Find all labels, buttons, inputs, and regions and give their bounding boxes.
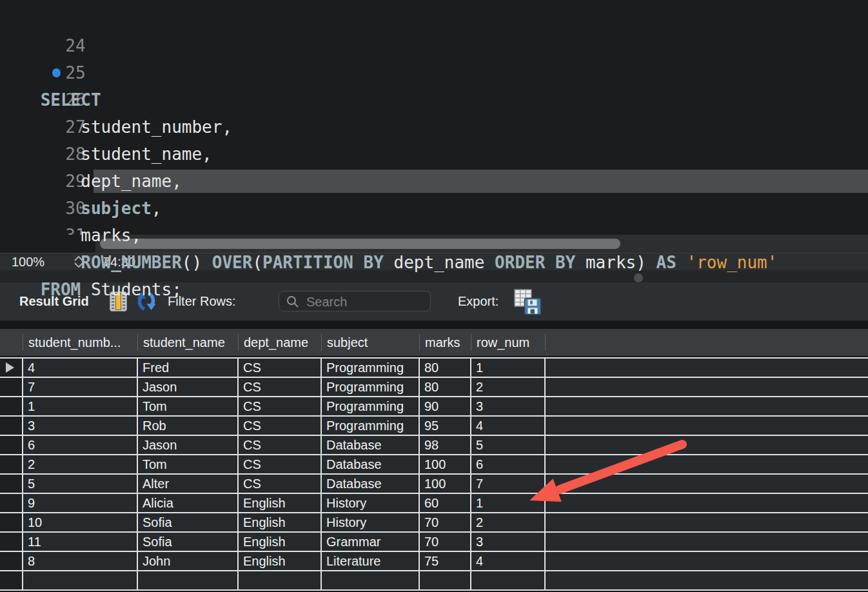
table-cell[interactable]: English <box>239 552 322 570</box>
table-cell[interactable]: 2 <box>23 455 138 473</box>
table-cell[interactable]: 3 <box>471 397 546 415</box>
table-row[interactable]: 7JasonCSProgramming802 <box>0 378 868 397</box>
table-cell[interactable]: 70 <box>420 533 471 551</box>
table-cell[interactable] <box>23 571 138 589</box>
column-header[interactable]: student_name <box>138 329 239 356</box>
table-row[interactable]: 11SofiaEnglishGrammar703 <box>0 533 868 552</box>
table-cell[interactable]: Tom <box>138 397 239 415</box>
table-cell[interactable]: Programming <box>322 359 420 377</box>
table-row[interactable]: 4FredCSProgramming801 <box>0 359 868 378</box>
table-row[interactable] <box>0 571 868 591</box>
table-cell[interactable]: English <box>239 533 322 551</box>
row-gutter[interactable] <box>0 397 23 415</box>
table-cell[interactable]: 6 <box>23 436 138 454</box>
table-cell[interactable]: 3 <box>23 417 138 435</box>
table-cell[interactable]: Jason <box>138 436 239 454</box>
row-gutter[interactable] <box>0 455 23 473</box>
hscrollbar-track[interactable] <box>95 235 868 253</box>
filter-search-box[interactable] <box>279 291 431 311</box>
editor-line[interactable]: 25 student_number, <box>0 32 868 59</box>
table-cell[interactable]: 7 <box>23 378 138 396</box>
table-cell[interactable]: CS <box>239 417 322 435</box>
row-gutter[interactable] <box>0 417 23 435</box>
table-cell[interactable]: English <box>239 513 322 531</box>
table-cell[interactable]: 10 <box>23 513 138 531</box>
table-cell[interactable]: 9 <box>23 494 138 512</box>
table-cell[interactable]: 4 <box>23 359 138 377</box>
table-cell[interactable]: 2 <box>471 378 546 396</box>
table-cell[interactable]: 70 <box>420 513 471 531</box>
export-icon[interactable] <box>514 289 542 315</box>
table-cell[interactable]: 6 <box>471 455 546 473</box>
row-gutter[interactable] <box>0 513 23 531</box>
table-cell[interactable]: 8 <box>23 552 138 570</box>
table-cell[interactable]: Database <box>322 436 420 454</box>
table-row[interactable]: 9AliciaEnglishHistory601 <box>0 494 868 513</box>
row-gutter[interactable] <box>0 552 23 570</box>
editor-line[interactable]: 27 dept_name, <box>0 86 868 113</box>
table-cell[interactable]: CS <box>239 475 322 493</box>
table-cell[interactable]: CS <box>239 397 322 415</box>
column-header[interactable]: marks <box>420 329 471 356</box>
table-cell[interactable] <box>471 571 546 589</box>
table-cell[interactable] <box>239 571 322 589</box>
table-cell[interactable]: Programming <box>322 397 420 415</box>
table-cell[interactable]: 98 <box>420 436 471 454</box>
table-cell[interactable]: Fred <box>138 359 239 377</box>
column-header[interactable]: subject <box>322 329 420 356</box>
table-cell[interactable]: Grammar <box>322 533 420 551</box>
table-cell[interactable]: Database <box>322 455 420 473</box>
table-cell[interactable]: 11 <box>23 533 138 551</box>
table-cell[interactable]: CS <box>239 359 322 377</box>
row-gutter[interactable] <box>0 436 23 454</box>
table-cell[interactable]: Tom <box>138 455 239 473</box>
table-cell[interactable]: Alter <box>138 475 239 493</box>
table-cell[interactable]: 4 <box>471 552 546 570</box>
editor-line[interactable]: 24 SELECT <box>0 5 868 32</box>
table-cell[interactable] <box>138 571 239 589</box>
table-cell[interactable]: Alicia <box>138 494 239 512</box>
row-gutter[interactable] <box>0 533 23 551</box>
table-cell[interactable]: 90 <box>420 397 471 415</box>
table-cell[interactable]: CS <box>239 378 322 396</box>
editor-line[interactable]: 26 student_name, <box>0 59 868 86</box>
table-row[interactable]: 10SofiaEnglishHistory702 <box>0 513 868 533</box>
table-cell[interactable]: Literature <box>322 552 420 570</box>
table-cell[interactable]: Rob <box>138 417 239 435</box>
table-row[interactable]: 5AlterCSDatabase1007 <box>0 475 868 494</box>
table-cell[interactable]: 60 <box>420 494 471 512</box>
table-cell[interactable]: 4 <box>471 417 546 435</box>
table-cell[interactable]: English <box>239 494 322 512</box>
table-row[interactable]: 6JasonCSDatabase985 <box>0 436 868 455</box>
table-cell[interactable]: 95 <box>420 417 471 435</box>
table-cell[interactable]: 100 <box>420 455 471 473</box>
table-cell[interactable]: Jason <box>138 378 239 396</box>
table-cell[interactable]: 2 <box>471 513 546 531</box>
column-header[interactable]: student_numb... <box>23 329 138 356</box>
sql-editor[interactable]: 24 SELECT 25 student_number, 26 student_… <box>0 0 868 235</box>
row-gutter[interactable] <box>0 475 23 493</box>
table-cell[interactable]: 80 <box>420 378 471 396</box>
table-row[interactable]: 8JohnEnglishLiterature754 <box>0 552 868 571</box>
table-cell[interactable]: History <box>322 513 420 531</box>
column-header[interactable] <box>0 329 23 356</box>
table-cell[interactable]: 3 <box>471 533 546 551</box>
splitter-handle-icon[interactable] <box>634 273 643 282</box>
table-cell[interactable]: Database <box>322 475 420 493</box>
table-cell[interactable]: 1 <box>471 359 546 377</box>
table-cell[interactable]: CS <box>239 436 322 454</box>
table-cell[interactable] <box>322 571 420 589</box>
table-cell[interactable]: 7 <box>471 475 546 493</box>
table-cell[interactable]: John <box>138 552 239 570</box>
table-cell[interactable]: Programming <box>322 417 420 435</box>
hscrollbar-thumb[interactable] <box>100 239 620 249</box>
table-row[interactable]: 2TomCSDatabase1006 <box>0 455 868 475</box>
table-cell[interactable]: 75 <box>420 552 471 570</box>
table-cell[interactable]: 100 <box>420 475 471 493</box>
table-cell[interactable]: Sofia <box>138 533 239 551</box>
column-header[interactable] <box>546 329 868 356</box>
table-cell[interactable]: CS <box>239 455 322 473</box>
table-cell[interactable] <box>420 571 471 589</box>
row-gutter[interactable] <box>0 494 23 512</box>
table-cell[interactable]: 80 <box>420 359 471 377</box>
